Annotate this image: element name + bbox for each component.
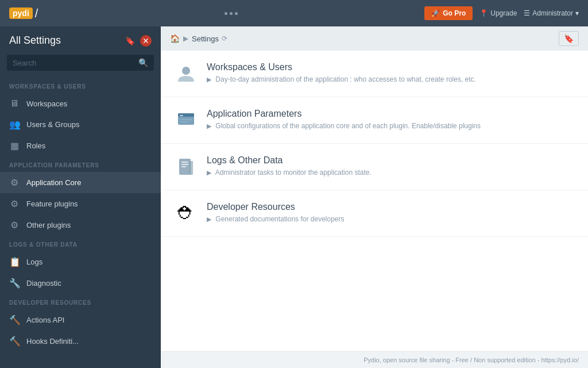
sidebar-item-other-plugins-label: Other plugins	[26, 221, 71, 229]
card-desc-text-logs: Administrator tasks to monitor the appli…	[215, 168, 372, 177]
card-title-logs: Logs & Other Data	[207, 155, 574, 166]
card-desc-text-workspaces: Day-to-day administration of the applica…	[215, 75, 476, 83]
sidebar-item-feature-plugins[interactable]: ⚙ Feature plugins	[0, 193, 161, 214]
card-title-workspaces: Workspaces & Users	[207, 62, 574, 72]
other-plugins-icon: ⚙	[9, 220, 20, 231]
sidebar-item-users-groups-label: Users & Groups	[26, 120, 79, 129]
card-arrow-icon-4: ▶	[207, 216, 211, 223]
go-pro-button[interactable]: 🚀 Go Pro	[424, 6, 473, 20]
sidebar-item-app-core-label: Application Core	[26, 178, 81, 187]
top-navigation: pydi / 🚀 Go Pro 📍 Upgrade ☰ Administrato…	[0, 0, 588, 26]
sidebar-item-actions-api-label: Actions API	[26, 316, 64, 324]
sidebar-item-other-plugins[interactable]: ⚙ Other plugins	[0, 214, 161, 236]
sidebar-item-roles[interactable]: ▦ Roles	[0, 135, 161, 156]
sidebar-item-hooks-label: Hooks Definiti...	[26, 337, 79, 346]
go-pro-label: Go Pro	[443, 9, 466, 17]
sidebar-header-icons: 🔖 ✕	[124, 35, 152, 47]
sidebar-item-diagnostic-label: Diagnostic	[26, 279, 61, 288]
bookmark-button[interactable]: 🔖	[559, 31, 579, 46]
sidebar-title: All Settings	[9, 34, 61, 47]
sidebar-item-app-core[interactable]: ⚙ Application Core	[0, 172, 161, 193]
sidebar-item-workspaces[interactable]: 🖥 Workspaces	[0, 93, 161, 114]
card-icon-workspaces	[175, 62, 198, 85]
app-core-icon: ⚙	[9, 177, 20, 188]
card-icon-logs	[175, 155, 198, 178]
card-workspaces-users[interactable]: Workspaces & Users ▶ Day-to-day administ…	[161, 51, 588, 97]
breadcrumb-current: Settings ⟳	[192, 34, 227, 43]
svg-rect-3	[180, 115, 183, 116]
card-body-app-params: Application Parameters ▶ Global configur…	[207, 109, 574, 131]
card-body-workspaces: Workspaces & Users ▶ Day-to-day administ…	[207, 62, 574, 85]
breadcrumb-bar: 🏠 ▶ Settings ⟳ 🔖	[161, 26, 588, 51]
breadcrumb-settings-label: Settings	[192, 34, 219, 43]
section-label-app-params: APPLICATION PARAMETERS	[0, 156, 161, 172]
content-main: Workspaces & Users ▶ Day-to-day administ…	[161, 51, 588, 351]
card-desc-workspaces: ▶ Day-to-day administration of the appli…	[207, 75, 574, 85]
card-body-logs: Logs & Other Data ▶ Administrator tasks …	[207, 155, 574, 178]
card-desc-dev: ▶ Generated documentations for developer…	[207, 214, 574, 224]
card-desc-text-dev: Generated documentations for developers	[215, 215, 344, 223]
footer-text: Pydio, open source file sharing - Free /…	[363, 356, 579, 363]
breadcrumb-arrow: ▶	[183, 34, 188, 43]
search-icon[interactable]: 🔍	[138, 58, 148, 67]
close-sidebar-button[interactable]: ✕	[140, 35, 152, 47]
sidebar-item-hooks[interactable]: 🔨 Hooks Definiti...	[0, 331, 161, 352]
bookmark-sidebar-icon[interactable]: 🔖	[124, 35, 136, 47]
dot-1	[225, 12, 227, 15]
search-box: 🔍	[7, 55, 154, 71]
sidebar: All Settings 🔖 ✕ 🔍 WORKSPACES & USERS 🖥 …	[0, 26, 161, 368]
sidebar-item-logs[interactable]: 📋 Logs	[0, 251, 161, 273]
card-app-params[interactable]: Application Parameters ▶ Global configur…	[161, 97, 588, 144]
diagnostic-icon: 🔧	[9, 278, 20, 289]
svg-rect-9	[181, 166, 186, 167]
svg-rect-7	[181, 162, 188, 163]
hooks-icon: 🔨	[9, 336, 20, 347]
feature-plugins-icon: ⚙	[9, 198, 20, 209]
main-layout: All Settings 🔖 ✕ 🔍 WORKSPACES & USERS 🖥 …	[0, 26, 588, 368]
sidebar-item-feature-plugins-label: Feature plugins	[26, 200, 78, 208]
section-label-logs: LOGS & OTHER DATA	[0, 236, 161, 251]
content-area: 🏠 ▶ Settings ⟳ 🔖 Workspaces & U	[161, 26, 588, 368]
menu-icon: ☰	[524, 9, 530, 17]
breadcrumb-home-icon[interactable]: 🏠	[170, 34, 180, 43]
card-icon-app-params	[175, 109, 198, 132]
upgrade-link[interactable]: 📍 Upgrade	[479, 9, 517, 17]
nav-dots	[38, 12, 424, 15]
section-label-workspaces: WORKSPACES & USERS	[0, 78, 161, 93]
chevron-down-icon: ▾	[575, 9, 579, 17]
card-arrow-icon-3: ▶	[207, 169, 211, 176]
sidebar-item-users-groups[interactable]: 👥 Users & Groups	[0, 114, 161, 135]
refresh-icon[interactable]: ⟳	[222, 34, 227, 43]
app-logo: pydi /	[9, 7, 38, 20]
rocket-icon: 🚀	[431, 9, 440, 17]
card-body-dev: Developer Resources ▶ Generated document…	[207, 202, 574, 224]
card-desc-app-params: ▶ Global configurations of the applicati…	[207, 121, 574, 131]
svg-rect-4	[180, 119, 192, 120]
sidebar-header: All Settings 🔖 ✕	[0, 26, 161, 55]
svg-rect-10	[189, 161, 193, 175]
card-title-app-params: Application Parameters	[207, 109, 574, 119]
card-dev-resources[interactable]: ⛑ Developer Resources ▶ Generated docume…	[161, 190, 588, 237]
admin-menu[interactable]: ☰ Administrator ▾	[524, 9, 579, 17]
card-desc-logs: ▶ Administrator tasks to monitor the app…	[207, 168, 574, 178]
sidebar-item-actions-api[interactable]: 🔨 Actions API	[0, 309, 161, 331]
workspaces-icon: 🖥	[9, 98, 20, 109]
users-groups-icon: 👥	[9, 119, 20, 130]
logs-icon: 📋	[9, 256, 20, 267]
svg-rect-8	[181, 164, 188, 165]
pin-icon: 📍	[479, 9, 488, 17]
card-arrow-icon: ▶	[207, 76, 211, 83]
sidebar-item-diagnostic[interactable]: 🔧 Diagnostic	[0, 273, 161, 294]
upgrade-label: Upgrade	[490, 9, 517, 17]
logo-box: pydi	[9, 7, 33, 19]
admin-label: Administrator	[532, 9, 573, 17]
search-input[interactable]	[13, 59, 134, 67]
section-label-dev-resources: DEVELOPER RESOURCES	[0, 294, 161, 309]
card-logs[interactable]: Logs & Other Data ▶ Administrator tasks …	[161, 144, 588, 190]
dot-3	[235, 12, 238, 15]
actions-api-icon: 🔨	[9, 315, 20, 325]
card-icon-dev: ⛑	[175, 202, 198, 225]
svg-point-0	[182, 67, 190, 75]
roles-icon: ▦	[9, 140, 20, 151]
hard-hat-icon: ⛑	[177, 204, 195, 223]
